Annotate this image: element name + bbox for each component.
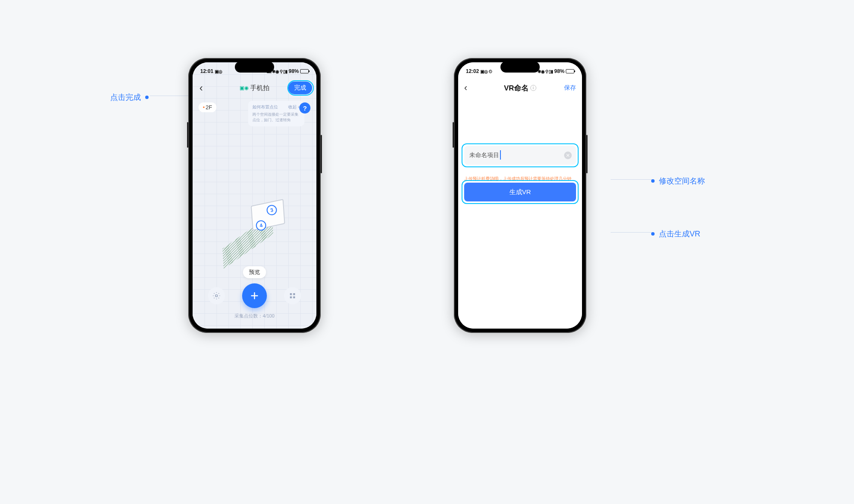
settings-button[interactable] xyxy=(208,287,225,304)
callout-dot-icon xyxy=(145,96,149,99)
phone-frame-left: 12:01 ▣ ◎ ⌫ ✱ ◉ ⚲ ▯▮ 98% ‹ ▣◉ 手机拍 完成 xyxy=(188,58,321,333)
help-button[interactable]: ? xyxy=(299,102,310,114)
phone-notch xyxy=(235,61,274,73)
svg-rect-4 xyxy=(293,293,295,295)
callout-rename: 修改空间名称 xyxy=(651,176,705,186)
connector-line xyxy=(611,232,653,233)
tip-title-label: 如何布置点位 xyxy=(252,104,278,110)
callout-dot-icon xyxy=(651,232,655,236)
phone-notch xyxy=(500,61,540,73)
capture-count-text: 采集点位数：4/100 xyxy=(193,313,316,319)
status-signal-icons: ✱ ◉ ⚲ ▯▮ xyxy=(538,69,553,74)
done-button[interactable]: 完成 xyxy=(288,82,312,94)
nav-bar: ‹ VR命名 i 保存 xyxy=(458,78,582,98)
floor-selector[interactable]: •2F xyxy=(199,102,216,112)
callout-done-label: 点击完成 xyxy=(110,92,141,102)
phone-frame-right: 12:02 ▣ ◎ ⏲ ✱ ◉ ⚲ ▯▮ 98% ‹ VR命名 i 保存 xyxy=(454,58,586,333)
close-icon xyxy=(566,154,570,157)
status-misc-icons: ▣ ◎ ⏲ xyxy=(480,69,493,74)
info-icon[interactable]: i xyxy=(530,85,536,91)
battery-icon xyxy=(300,69,309,73)
status-battery-pct: 98% xyxy=(554,68,564,74)
screen-scan: 12:01 ▣ ◎ ⌫ ✱ ◉ ⚲ ▯▮ 98% ‹ ▣◉ 手机拍 完成 xyxy=(193,62,316,329)
svg-rect-6 xyxy=(293,297,295,299)
status-misc-icons: ▣ ◎ xyxy=(215,69,222,74)
screen-title: VR命名 i xyxy=(504,83,536,93)
svg-rect-5 xyxy=(290,297,292,299)
phone-mode-icon: ▣◉ xyxy=(240,85,249,91)
preview-button[interactable]: 预览 xyxy=(243,266,266,278)
connector-line xyxy=(611,179,653,180)
project-name-input-wrap xyxy=(464,146,576,165)
callout-generate: 点击生成VR xyxy=(651,229,700,239)
generate-vr-wrap: 生成VR xyxy=(464,183,576,201)
project-name-input[interactable] xyxy=(464,146,576,165)
callout-generate-label: 点击生成VR xyxy=(659,229,700,239)
text-caret xyxy=(500,150,501,160)
floor-dot-icon: • xyxy=(203,104,205,111)
tip-body: 两个空间连接处一定要采集点位，如门、过道转角 xyxy=(252,112,300,123)
grid-icon xyxy=(289,292,296,300)
plus-icon xyxy=(249,291,260,301)
bottom-actions xyxy=(193,283,316,308)
status-time: 12:02 xyxy=(466,68,479,74)
upload-note: 上传预计耗费1MB，上传成功后预计需要等待处理几分钟 xyxy=(464,176,576,182)
svg-point-0 xyxy=(216,295,218,297)
status-time: 12:01 xyxy=(200,68,214,74)
callout-done: 点击完成 xyxy=(110,92,149,102)
callout-rename-label: 修改空间名称 xyxy=(659,176,705,186)
callout-dot-icon xyxy=(651,179,655,183)
svg-rect-3 xyxy=(290,293,292,295)
status-battery-pct: 98% xyxy=(289,68,299,74)
generate-vr-button[interactable]: 生成VR xyxy=(464,183,576,201)
add-capture-button[interactable] xyxy=(242,283,267,308)
back-button[interactable]: ‹ xyxy=(197,80,205,96)
back-button[interactable]: ‹ xyxy=(464,82,467,93)
battery-icon xyxy=(566,69,574,73)
tip-card: 如何布置点位 收起 » 两个空间连接处一定要采集点位，如门、过道转角 xyxy=(248,101,304,126)
clear-input-button[interactable] xyxy=(564,151,572,159)
save-button[interactable]: 保存 xyxy=(564,84,576,92)
gear-icon xyxy=(212,291,221,300)
scan-3d-model[interactable]: 3 4 xyxy=(230,185,301,256)
screen-vr-naming: 12:02 ▣ ◎ ⏲ ✱ ◉ ⚲ ▯▮ 98% ‹ VR命名 i 保存 xyxy=(458,62,582,329)
grid-view-button[interactable] xyxy=(284,287,301,304)
top-bar: ‹ ▣◉ 手机拍 完成 xyxy=(193,78,316,98)
tip-collapse-button[interactable]: 收起 » xyxy=(288,104,300,110)
